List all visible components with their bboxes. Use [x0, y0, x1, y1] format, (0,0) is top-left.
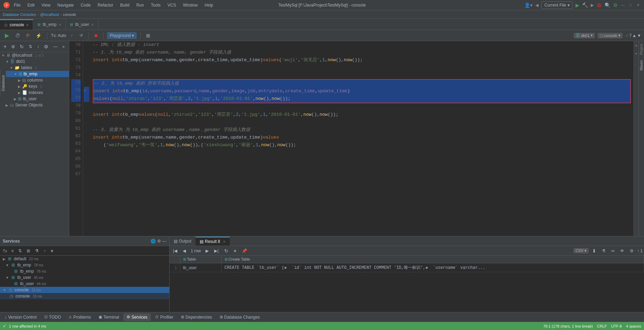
- maven-label[interactable]: Maven: [639, 57, 644, 73]
- download-btn[interactable]: ⬇: [590, 247, 598, 255]
- project-label[interactable]: Project: [639, 41, 644, 57]
- menu-help[interactable]: Help: [203, 2, 215, 8]
- stop-result-btn[interactable]: ■: [232, 247, 238, 255]
- svc-console-child[interactable]: ◷ console 15 ms: [0, 293, 169, 299]
- menu-navigate[interactable]: Navigate: [56, 2, 75, 8]
- copy-datasource-btn[interactable]: ⊞: [9, 43, 17, 50]
- svc-default[interactable]: ▶ ⊞ default 22 ms: [0, 256, 169, 262]
- tree-server-objects[interactable]: ▶ 🗂 Server Objects: [0, 102, 69, 108]
- menu-edit[interactable]: Edit: [26, 2, 36, 8]
- collapse-btn[interactable]: —: [51, 43, 60, 50]
- search-icon[interactable]: 🔍: [605, 2, 610, 8]
- tab-console[interactable]: ◷ console ✕: [0, 19, 33, 30]
- commit-btn[interactable]: ✓: [68, 32, 75, 39]
- bottom-tab-todo[interactable]: ☑ TODO: [41, 313, 64, 321]
- preview-btn[interactable]: 👁: [618, 247, 626, 255]
- tab-tb-emp-close[interactable]: ✕: [58, 23, 61, 27]
- close-btn[interactable]: ✕: [636, 3, 641, 8]
- build-btn[interactable]: 🔨: [582, 2, 588, 8]
- svc-list-btn[interactable]: ≡: [9, 247, 16, 255]
- db-badge[interactable]: 🗄 db01 ▾: [574, 33, 595, 38]
- tab-tb-user[interactable]: ⊞ tb_user ✕: [66, 19, 98, 30]
- menu-window[interactable]: Window: [182, 2, 199, 8]
- console-badge[interactable]: ◷ console ▾: [598, 33, 623, 38]
- current-file-btn[interactable]: Current File ▾: [541, 1, 573, 9]
- format-btn[interactable]: ⚡: [34, 31, 44, 40]
- settings-icon[interactable]: ⚙: [613, 2, 618, 8]
- svc-export-btn[interactable]: ↑: [42, 247, 48, 255]
- result8-tab-close[interactable]: ✕: [223, 240, 226, 244]
- bottom-tab-db-changes[interactable]: ⊞ Database Changes: [216, 313, 263, 321]
- menu-run[interactable]: Run: [135, 2, 145, 8]
- svc-sort-btn[interactable]: ⇅: [16, 247, 24, 255]
- svc-filter-btn[interactable]: ⚗: [33, 247, 41, 255]
- services-globe-icon[interactable]: 🌐: [151, 239, 156, 244]
- settings-sidebar-btn[interactable]: ⚙: [42, 43, 51, 51]
- services-minimize-icon[interactable]: —: [162, 239, 166, 244]
- run-query-btn[interactable]: ▶: [3, 31, 11, 40]
- tree-tables[interactable]: ▼ 📁 tables 2: [0, 65, 69, 71]
- menu-view[interactable]: View: [40, 2, 52, 8]
- playground-btn[interactable]: Playground ▾: [107, 32, 137, 39]
- menu-vcs[interactable]: VCS: [166, 2, 178, 8]
- compare-btn[interactable]: ⇔: [609, 247, 617, 255]
- menu-tools[interactable]: Tools: [149, 2, 162, 8]
- fwd-icon[interactable]: ▶: [591, 3, 594, 8]
- output-tab-result8[interactable]: ▤ Result 8 ✕: [196, 237, 230, 246]
- refresh-btn[interactable]: ↻: [18, 43, 26, 51]
- bottom-tab-problems[interactable]: ⚠ Problems: [65, 313, 94, 321]
- bottom-tab-services[interactable]: ⚙ Services: [123, 313, 151, 321]
- filter-result-btn[interactable]: ⚗: [600, 247, 608, 255]
- pin-result-btn[interactable]: 📌: [240, 247, 249, 255]
- bottom-tab-terminal[interactable]: ▣ Terminal: [95, 313, 123, 321]
- tab-tb-user-close[interactable]: ✕: [91, 23, 94, 27]
- next-page-btn[interactable]: ▶: [203, 247, 211, 255]
- settings-result-btn[interactable]: ⚙: [628, 247, 636, 255]
- tab-tb-emp[interactable]: ⊞ tb_emp ✕: [33, 19, 66, 30]
- code-area[interactable]: 70 71 72 73 74 75 76 77 78 79 80 81 82 8…: [69, 41, 638, 236]
- tree-keys[interactable]: ▶ 🔑 keys 2: [0, 83, 69, 89]
- refresh-result-btn[interactable]: ↻: [222, 247, 230, 255]
- svc-console-parent[interactable]: ▼ ◷ console 15 ms: [0, 287, 169, 293]
- sync-btn[interactable]: ⇅: [27, 43, 34, 50]
- maximize-btn[interactable]: □: [628, 3, 633, 8]
- services-settings-icon[interactable]: ⚙: [157, 239, 161, 244]
- user-icon[interactable]: 👤▾: [524, 2, 533, 8]
- breadcrumb-db-consoles[interactable]: Database Consoles: [3, 12, 36, 17]
- tree-columns[interactable]: ▶ ▤ columns: [0, 77, 69, 83]
- code-content[interactable]: -- DML : 插入数据 - insert -- 1. 为 tb_emp 表的…: [90, 41, 634, 236]
- tab-console-close[interactable]: ✕: [26, 23, 29, 27]
- debug-icon[interactable]: 🐞: [597, 3, 602, 8]
- tree-tb-user[interactable]: ▶ ⊞ tb_user: [0, 96, 69, 102]
- more-btn[interactable]: »: [60, 43, 67, 50]
- tree-localhost[interactable]: ▼ 🖥 @localhost 1 of 5: [0, 52, 69, 58]
- schema-btn[interactable]: ↕: [35, 43, 41, 50]
- bottom-tab-version-control[interactable]: ↕ Version Control: [1, 313, 40, 321]
- results-btn[interactable]: ⊞: [144, 31, 152, 40]
- svc-group-btn[interactable]: ⊞: [25, 247, 32, 255]
- svc-add-btn[interactable]: +: [48, 247, 55, 255]
- run-btn[interactable]: ▶: [575, 2, 579, 8]
- minimize-btn[interactable]: —: [620, 3, 625, 8]
- stop-btn[interactable]: ■: [92, 31, 100, 40]
- menu-file[interactable]: File: [12, 2, 22, 8]
- rollback-btn[interactable]: ↺: [78, 32, 85, 39]
- output-tab-output[interactable]: ▤ Output: [170, 237, 196, 246]
- menu-build[interactable]: Build: [119, 2, 131, 8]
- bottom-tab-profiler[interactable]: ⏱ Profiler: [152, 313, 177, 321]
- prev-page-btn[interactable]: ◀: [181, 247, 188, 255]
- result-row-1[interactable]: 1 tb_user CREATE TABLE `tb_user` (◈ `id`…: [170, 263, 644, 272]
- add-datasource-btn[interactable]: +: [1, 42, 9, 51]
- csv-btn[interactable]: CSV ▾: [573, 248, 589, 253]
- svc-tb-user-parent[interactable]: ▼ ⊞ tb_user 65 ms: [0, 274, 169, 281]
- back-icon[interactable]: ◀: [535, 3, 538, 8]
- history-btn[interactable]: ⏱: [13, 31, 22, 40]
- menu-code[interactable]: Code: [79, 2, 92, 8]
- breadcrumb-localhost[interactable]: @localhost: [40, 12, 59, 17]
- first-page-btn[interactable]: |◀: [171, 247, 179, 255]
- bottom-tab-dependencies[interactable]: ⊞ Dependencies: [178, 313, 216, 321]
- svc-tb-emp-child[interactable]: ⊞ tb_emp 78 ms: [0, 268, 169, 274]
- last-page-btn[interactable]: ▶|: [212, 247, 220, 255]
- svc-tb-emp-parent[interactable]: ▼ ⊞ tb_emp 78 ms: [0, 262, 169, 268]
- tree-indexes[interactable]: ▶ 📑 indexes: [0, 89, 69, 96]
